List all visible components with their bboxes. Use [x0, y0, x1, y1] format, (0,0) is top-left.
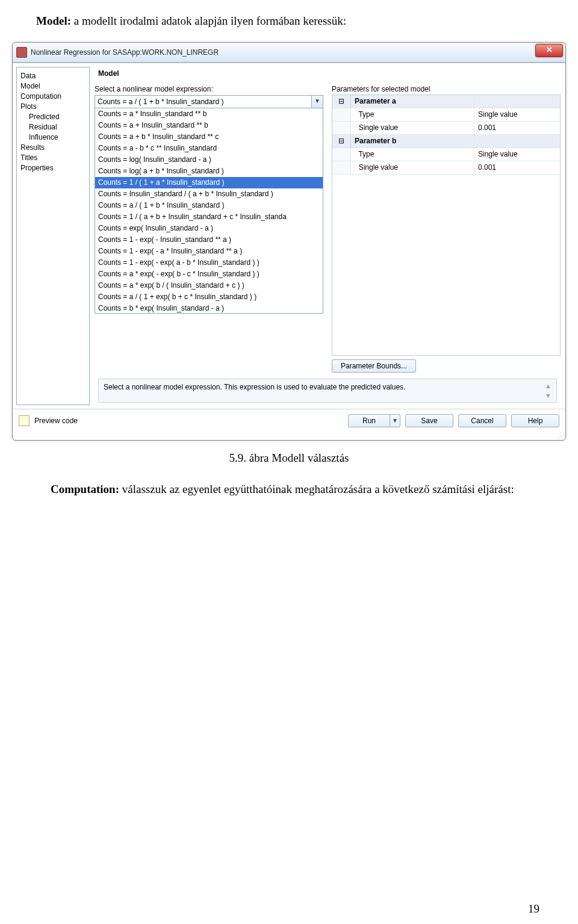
doc-intro-text: Model: a modellt irodalmi adatok alapján… [36, 14, 542, 28]
cancel-button[interactable]: Cancel [458, 414, 506, 427]
dropdown-item[interactable]: Counts = a * exp( b / ( Insulin_standard… [95, 280, 323, 291]
parameter-value[interactable]: 0.001 [474, 161, 560, 175]
collapse-icon[interactable]: ⊟ [332, 95, 351, 108]
close-icon[interactable]: ✕ [535, 44, 563, 57]
window-titlebar[interactable]: Nonlinear Regression for SASApp:WORK.NON… [13, 43, 565, 63]
preview-code-link[interactable]: Preview code [34, 417, 78, 425]
parameter-key: Single value [351, 122, 474, 135]
dropdown-item[interactable]: Counts = a * Insulin_standard ** b [95, 108, 323, 120]
dropdown-item[interactable]: Counts = exp( Insulin_standard - a ) [95, 223, 323, 234]
parameter-key: Type [351, 108, 474, 122]
dropdown-item[interactable]: Counts = Insulin_standard / ( a + b * In… [95, 188, 323, 200]
select-expression-label: Select a nonlinear model expression: [95, 85, 323, 93]
parameter-value[interactable]: Single value [474, 108, 560, 122]
sidebar-item-computation[interactable]: Computation [20, 91, 87, 102]
dropdown-item[interactable]: Counts = a * exp( - exp( b - c * Insulin… [95, 268, 323, 280]
dropdown-item[interactable]: Counts = a / ( 1 + b * Insulin_standard … [95, 200, 323, 211]
figure-caption: 5.9. ábra Modell választás [36, 451, 542, 465]
app-window: Nonlinear Regression for SASApp:WORK.NON… [12, 42, 566, 441]
parameter-value[interactable]: 0.001 [474, 122, 560, 135]
collapse-icon[interactable]: ⊟ [332, 135, 351, 148]
parameter-key: Single value [351, 161, 474, 175]
sidebar-item-model[interactable]: Model [20, 81, 87, 91]
parameter-group: Parameter b [351, 135, 474, 148]
nav-sidebar: DataModelComputationPlotsPredictedResidu… [16, 67, 90, 405]
dropdown-item[interactable]: Counts = 1 - exp( - exp( a - b * Insulin… [95, 257, 323, 268]
chevron-down-icon[interactable]: ▼ [311, 96, 323, 108]
dropdown-item[interactable]: Counts = 1 - exp( - Insulin_standard ** … [95, 234, 323, 246]
run-split-button[interactable]: Run ▼ [348, 414, 400, 427]
parameter-key: Type [351, 148, 474, 161]
dropdown-item[interactable]: Counts = a + b * Insulin_standard ** c [95, 131, 323, 143]
sidebar-item-predicted[interactable]: Predicted [20, 112, 87, 122]
chevron-down-icon[interactable]: ▼ [390, 414, 400, 427]
parameters-label: Parameters for selected model [332, 85, 561, 93]
preview-code-icon[interactable] [19, 415, 30, 426]
dropdown-item[interactable]: Counts = 1 / ( 1 + a * Insulin_standard … [95, 177, 323, 188]
model-expression-combo[interactable]: ▼ [95, 95, 323, 108]
sidebar-item-data[interactable]: Data [20, 71, 87, 81]
sidebar-item-results[interactable]: Results [20, 143, 87, 153]
help-button[interactable]: Help [511, 414, 559, 427]
dropdown-item[interactable]: Counts = 1 / ( a + b + Insulin_standard … [95, 211, 323, 223]
parameter-group-value [474, 95, 560, 108]
sidebar-item-plots[interactable]: Plots [20, 102, 87, 112]
scroll-arrows-icon[interactable]: ▲▼ [545, 383, 552, 398]
parameter-group: Parameter a [351, 95, 474, 108]
dialog-footer: Preview code Run ▼ Save Cancel Help [13, 409, 565, 432]
window-title: Nonlinear Regression for SASApp:WORK.NON… [31, 48, 219, 57]
model-expression-input[interactable] [95, 96, 311, 108]
resize-grip-icon[interactable]: ⋰ [13, 432, 565, 440]
parameter-bounds-button[interactable]: Parameter Bounds... [332, 359, 416, 373]
model-expression-dropdown[interactable]: Counts = a * Insulin_standard ** bCounts… [95, 108, 323, 314]
dropdown-item[interactable]: Counts = a - b * c ** Insulin_standard [95, 143, 323, 154]
parameter-value[interactable]: Single value [474, 148, 560, 161]
dropdown-item[interactable]: Counts = log( Insulin_standard - a ) [95, 154, 323, 166]
dropdown-item[interactable]: Counts = log( a + b * Insulin_standard ) [95, 166, 323, 177]
dropdown-item[interactable]: Counts = b * exp( Insulin_standard - a ) [95, 303, 323, 314]
dropdown-item[interactable]: Counts = a / ( 1 + exp( b + c * Insulin_… [95, 291, 323, 303]
run-button[interactable]: Run [348, 414, 390, 427]
save-button[interactable]: Save [405, 414, 453, 427]
sidebar-item-properties[interactable]: Properties [20, 163, 87, 173]
doc-computation-text: Computation: válasszuk az egyenlet együt… [51, 482, 542, 498]
parameters-grid[interactable]: ⊟Parameter a TypeSingle value Single val… [332, 95, 561, 356]
app-icon [16, 47, 27, 58]
parameter-group-value [474, 135, 560, 148]
panel-heading: Model [98, 69, 561, 78]
help-text: Select a nonlinear model expression. Thi… [104, 383, 405, 391]
sidebar-item-titles[interactable]: Titles [20, 153, 87, 163]
dropdown-item[interactable]: Counts = a + Insulin_standard ** b [95, 120, 323, 131]
sidebar-item-influence[interactable]: Influence [20, 132, 87, 143]
sidebar-item-residual[interactable]: Residual [20, 122, 87, 132]
dropdown-item[interactable]: Counts = 1 - exp( - a * Insulin_standard… [95, 246, 323, 257]
help-strip: Select a nonlinear model expression. Thi… [98, 379, 557, 403]
